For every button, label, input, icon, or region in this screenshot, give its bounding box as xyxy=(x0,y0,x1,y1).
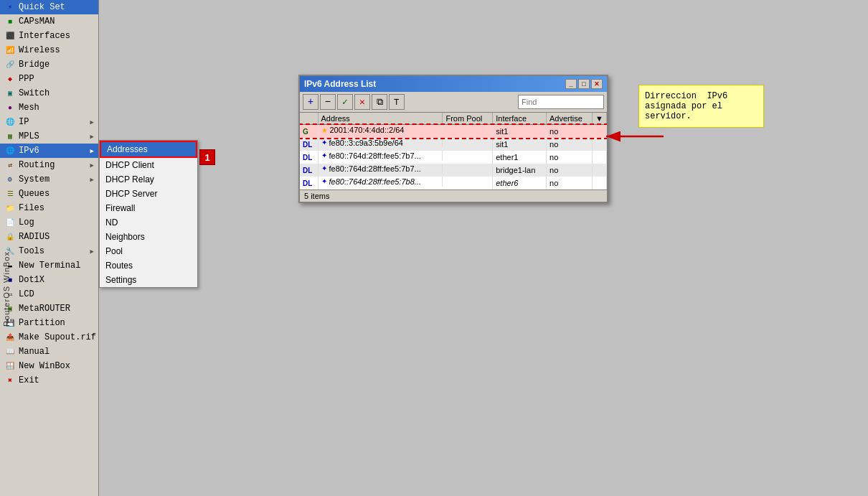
routing-icon: ⇄ xyxy=(4,159,16,171)
col-address[interactable]: Address xyxy=(318,113,443,125)
sidebar-label-interfaces: Interfaces xyxy=(19,31,70,41)
sidebar-item-mpls[interactable]: ▦ MPLS ▶ xyxy=(0,129,98,144)
row-address: ✦fe80::764d:28ff:fee5:7b7... xyxy=(319,164,443,174)
row-advertise: no xyxy=(547,164,593,177)
add-button[interactable]: + xyxy=(303,94,319,110)
table-row[interactable]: DL✦fe80::764d:28ff:fee5:7b8...ether6no xyxy=(300,177,607,189)
row-from-pool xyxy=(443,177,493,189)
sidebar-item-dot1x[interactable]: ■ Dot1X xyxy=(0,273,98,287)
col-interface[interactable]: Interface xyxy=(493,113,547,125)
minimize-button[interactable]: _ xyxy=(565,79,577,89)
sidebar-item-bridge[interactable]: 🔗 Bridge xyxy=(0,57,98,72)
step-badge: 1 xyxy=(199,149,215,165)
submenu-firewall[interactable]: Firewall xyxy=(100,201,197,215)
sidebar-item-partition[interactable]: 💾 Partition xyxy=(0,316,98,330)
sidebar-item-log[interactable]: 📄 Log xyxy=(0,215,98,230)
sidebar-label-dot1x: Dot1X xyxy=(19,275,44,285)
tools-arrow: ▶ xyxy=(90,248,94,256)
sidebar-item-capsman[interactable]: ■ CAPsMAN xyxy=(0,14,98,29)
sidebar-item-wireless[interactable]: 📶 Wireless xyxy=(0,43,98,57)
sidebar-label-partition: Partition xyxy=(19,318,65,328)
sidebar-label-ipv6: IPv6 xyxy=(19,146,39,156)
sidebar-item-interfaces[interactable]: ⬛ Interfaces xyxy=(0,29,98,43)
row-extra xyxy=(593,151,607,164)
row-extra xyxy=(593,164,607,177)
submenu-dhcp-relay[interactable]: DHCP Relay xyxy=(100,172,197,187)
system-icon: ⚙ xyxy=(4,174,16,185)
row-address: ✦fe80::764d:28ff:fee5:7b7... xyxy=(319,151,443,161)
sidebar-label-queues: Queues xyxy=(19,189,49,199)
sidebar-item-ip[interactable]: 🌐 IP ▶ xyxy=(0,115,98,129)
search-input[interactable] xyxy=(518,95,604,109)
switch-icon: ▣ xyxy=(4,88,16,99)
submenu-routes[interactable]: Routes xyxy=(100,258,197,273)
row-extra xyxy=(593,177,607,189)
col-flag[interactable] xyxy=(300,113,318,125)
col-from-pool[interactable]: From Pool xyxy=(443,113,493,125)
sidebar-item-new-terminal[interactable]: ▬ New Terminal xyxy=(0,258,98,273)
sidebar-item-quick-set[interactable]: ⚡ Quick Set xyxy=(0,0,98,14)
new-winbox-icon: 🪟 xyxy=(4,360,16,372)
row-from-pool xyxy=(443,151,493,164)
sidebar-label-mesh: Mesh xyxy=(19,103,39,113)
sidebar-item-make-supout[interactable]: 📤 Make Supout.rif xyxy=(0,330,98,345)
table-row[interactable]: DL✦fe80::3:c9a3:5b9e/64sit1no xyxy=(300,138,607,151)
copy-button[interactable]: ⧉ xyxy=(372,94,387,110)
plus-icon: ✦ xyxy=(321,139,327,146)
table-row[interactable]: DL✦fe80::764d:28ff:fee5:7b7...bridge1-la… xyxy=(300,164,607,177)
down-arrow-icon[interactable]: ▼ xyxy=(595,114,603,123)
ipv6-address-list-window: IPv6 Address List _ □ ✕ + − ✓ ✕ ⧉ ⊤ Addr… xyxy=(298,75,608,203)
sidebar-label-ip: IP xyxy=(19,117,29,127)
sidebar-label-tools: Tools xyxy=(19,246,44,256)
row-advertise: no xyxy=(547,138,593,151)
row-address: ★2001:470:4:4dd::2/64 xyxy=(319,125,443,135)
filter-button[interactable]: ⊤ xyxy=(389,94,405,110)
sidebar-item-files[interactable]: 📁 Files xyxy=(0,201,98,215)
row-from-pool xyxy=(443,164,493,177)
sidebar-item-switch[interactable]: ▣ Switch xyxy=(0,86,98,100)
table-row[interactable]: DL✦fe80::764d:28ff:fee5:7b7...ether1no xyxy=(300,151,607,164)
uncheck-button[interactable]: ✕ xyxy=(354,94,370,110)
sidebar-label-files: Files xyxy=(19,203,44,213)
row-interface: sit1 xyxy=(493,138,547,151)
sidebar-item-new-winbox[interactable]: 🪟 New WinBox xyxy=(0,359,98,373)
restore-button[interactable]: □ xyxy=(578,79,590,89)
sidebar-item-metarouter[interactable]: ▣ MetaROUTER xyxy=(0,301,98,316)
submenu-addresses[interactable]: Addresses xyxy=(100,141,197,158)
sidebar-item-system[interactable]: ⚙ System ▶ xyxy=(0,172,98,187)
sidebar-item-radius[interactable]: 🔒 RADIUS xyxy=(0,230,98,244)
annotation-box: Dirreccion IPv6 asignada por el servidor… xyxy=(638,85,764,128)
ipv6-icon: 🌐 xyxy=(4,145,16,156)
check-button[interactable]: ✓ xyxy=(337,94,353,110)
submenu-dhcp-client[interactable]: DHCP Client xyxy=(100,158,197,172)
sidebar-item-ppp[interactable]: ◆ PPP xyxy=(0,72,98,86)
col-advertise[interactable]: Advertise xyxy=(547,113,593,125)
submenu-nd[interactable]: ND xyxy=(100,215,197,230)
row-interface: ether6 xyxy=(493,177,547,189)
sidebar-item-tools[interactable]: 🔧 Tools ▶ xyxy=(0,244,98,258)
row-advertise: no xyxy=(547,151,593,164)
capsman-icon: ■ xyxy=(4,16,16,27)
sidebar-label-radius: RADIUS xyxy=(19,232,49,242)
sidebar-item-ipv6[interactable]: 🌐 IPv6 ▶ xyxy=(0,144,98,158)
submenu-pool[interactable]: Pool xyxy=(100,244,197,258)
interfaces-icon: ⬛ xyxy=(4,30,16,42)
table-row[interactable]: G★2001:470:4:4dd::2/64sit1no xyxy=(300,125,607,138)
sidebar-item-routing[interactable]: ⇄ Routing ▶ xyxy=(0,158,98,172)
remove-button[interactable]: − xyxy=(320,94,336,110)
sidebar-label-ppp: PPP xyxy=(19,74,34,84)
wireless-icon: 📶 xyxy=(4,45,16,56)
col-extra[interactable]: ▼ xyxy=(593,113,607,125)
quick-set-icon: ⚡ xyxy=(4,1,16,13)
sidebar-item-queues[interactable]: ☰ Queues xyxy=(0,187,98,201)
sidebar: ⚡ Quick Set ■ CAPsMAN ⬛ Interfaces 📶 Wir… xyxy=(0,0,99,496)
sidebar-item-manual[interactable]: 📖 Manual xyxy=(0,345,98,359)
sidebar-item-exit[interactable]: ✖ Exit xyxy=(0,373,98,388)
sidebar-item-mesh[interactable]: ● Mesh xyxy=(0,100,98,115)
close-button[interactable]: ✕ xyxy=(591,79,603,89)
sidebar-label-switch: Switch xyxy=(19,88,49,98)
submenu-dhcp-server[interactable]: DHCP Server xyxy=(100,187,197,201)
submenu-neighbors[interactable]: Neighbors xyxy=(100,230,197,244)
sidebar-item-lcd[interactable]: ▭ LCD xyxy=(0,287,98,301)
submenu-settings[interactable]: Settings xyxy=(100,273,197,287)
